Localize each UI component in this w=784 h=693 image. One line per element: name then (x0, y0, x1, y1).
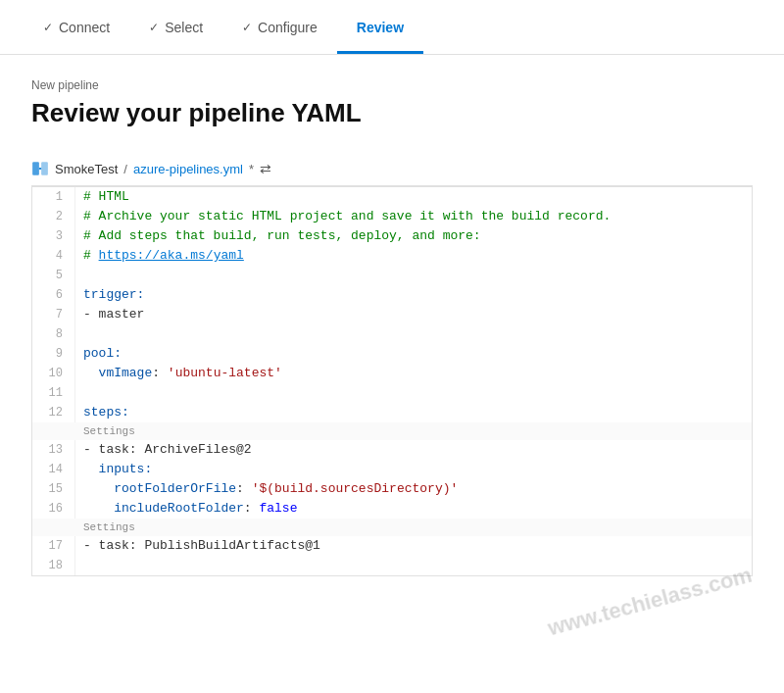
path-separator: / (123, 162, 127, 176)
line-content: # https://aka.ms/yaml (75, 246, 252, 266)
line-number: 10 (32, 364, 75, 383)
line-number: 2 (32, 207, 75, 226)
svg-rect-1 (41, 162, 48, 175)
code-line: 6trigger: (32, 285, 752, 305)
line-content: pool: (75, 344, 129, 364)
line-content: # HTML (75, 187, 137, 207)
line-content: - task: PublishBuildArtifacts@1 (75, 536, 328, 556)
line-number: 15 (32, 479, 75, 499)
line-content: trigger: (75, 285, 152, 305)
wizard-step-review[interactable]: Review (337, 0, 423, 54)
step-label-configure: Configure (258, 20, 318, 35)
code-line: 14 inputs: (32, 460, 752, 479)
svg-rect-0 (32, 162, 39, 175)
code-line: 17- task: PublishBuildArtifacts@1 (32, 536, 752, 556)
line-number: 9 (32, 344, 75, 364)
filename: azure-pipelines.yml (133, 162, 243, 176)
code-line: 11 (32, 383, 752, 403)
wizard-step-configure[interactable]: ✓ Configure (222, 0, 337, 54)
code-line: 8 (32, 324, 752, 344)
code-line: 3# Add steps that build, run tests, depl… (32, 226, 752, 246)
line-content: includeRootFolder: false (75, 499, 305, 519)
line-content: - task: ArchiveFiles@2 (75, 440, 260, 460)
line-number: 6 (32, 285, 75, 305)
line-content: rootFolderOrFile: '$(build.sourcesDirect… (75, 479, 466, 499)
repo-name: SmokeTest (55, 162, 118, 176)
line-number: 13 (32, 440, 75, 460)
line-number: 17 (32, 536, 75, 556)
line-number: 1 (32, 187, 75, 207)
line-content: steps: (75, 403, 137, 422)
code-line: 2# Archive your static HTML project and … (32, 207, 752, 226)
code-line: 18 (32, 556, 752, 575)
line-number: 11 (32, 383, 75, 403)
line-number: 3 (32, 226, 75, 246)
code-line: 9pool: (32, 344, 752, 364)
code-line: 10 vmImage: 'ubuntu-latest' (32, 364, 752, 383)
code-line: 12steps: (32, 403, 752, 422)
code-editor[interactable]: 1# HTML2# Archive your static HTML proje… (31, 186, 753, 576)
step-label-connect: Connect (59, 20, 110, 35)
settings-label: Settings (32, 519, 752, 536)
line-number: 16 (32, 499, 75, 519)
check-icon-select: ✓ (149, 21, 159, 34)
check-icon-configure: ✓ (242, 21, 252, 34)
line-number: 14 (32, 460, 75, 479)
line-content: inputs: (75, 460, 160, 479)
line-content: vmImage: 'ubuntu-latest' (75, 364, 290, 383)
rename-icon[interactable]: ⇄ (260, 161, 271, 176)
repo-icon (31, 160, 49, 177)
code-line: 5 (32, 266, 752, 285)
code-line: 1# HTML (32, 187, 752, 207)
code-line: 15 rootFolderOrFile: '$(build.sourcesDir… (32, 479, 752, 499)
code-line: 7- master (32, 305, 752, 324)
line-number: 5 (32, 266, 75, 285)
settings-label: Settings (32, 422, 752, 440)
line-number: 8 (32, 324, 75, 344)
breadcrumb: New pipeline (31, 78, 753, 92)
line-content: # Add steps that build, run tests, deplo… (75, 226, 489, 246)
check-icon-connect: ✓ (43, 21, 53, 34)
step-label-review: Review (357, 20, 404, 35)
line-number: 4 (32, 246, 75, 266)
page-content: New pipeline Review your pipeline YAML S… (0, 55, 784, 600)
step-label-select: Select (165, 20, 203, 35)
wizard-step-connect[interactable]: ✓ Connect (24, 0, 129, 54)
line-number: 18 (32, 556, 75, 575)
code-line: 4# https://aka.ms/yaml (32, 246, 752, 266)
line-number: 7 (32, 305, 75, 324)
line-content: - master (75, 305, 152, 324)
wizard-step-select[interactable]: ✓ Select (129, 0, 222, 54)
modified-indicator: * (249, 162, 254, 176)
file-path-bar: SmokeTest / azure-pipelines.yml * ⇄ (31, 152, 753, 186)
wizard-header: ✓ Connect ✓ Select ✓ Configure Review (0, 0, 784, 55)
line-number: 12 (32, 403, 75, 422)
page-title: Review your pipeline YAML (31, 98, 753, 128)
code-line: 16 includeRootFolder: false (32, 499, 752, 519)
line-content: # Archive your static HTML project and s… (75, 207, 618, 226)
code-line: 13- task: ArchiveFiles@2 (32, 440, 752, 460)
